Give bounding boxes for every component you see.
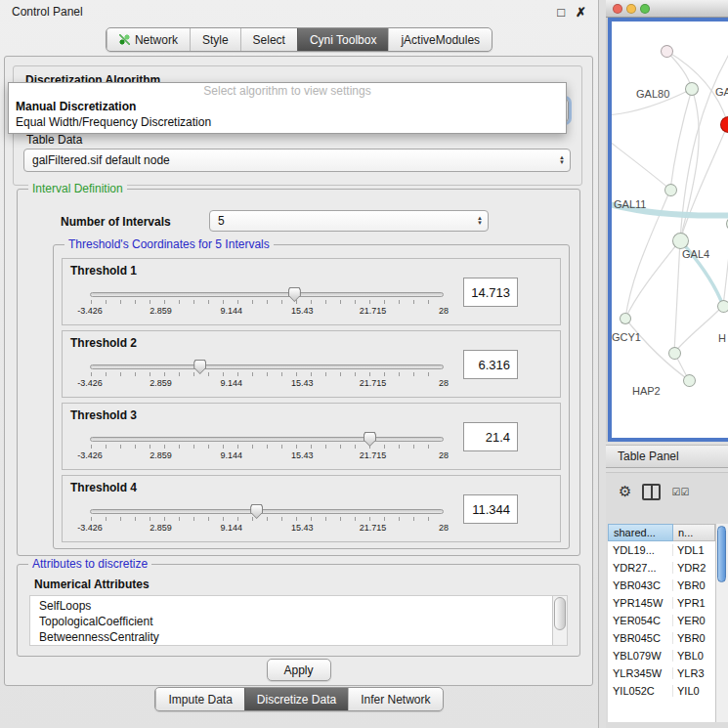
traffic-light-button[interactable] <box>640 4 650 14</box>
attributes-list[interactable]: SelfLoopsTopologicalCoefficientBetweenne… <box>29 595 568 646</box>
table-row[interactable]: YIL052C YIL0 <box>608 682 715 700</box>
table-row[interactable]: YLR345W YLR3 <box>608 664 715 682</box>
table-row[interactable]: YBL079W YBL0 <box>608 647 715 664</box>
checkbox-icons[interactable]: ☑☑ <box>671 487 689 497</box>
slider-scale-label: 2.859 <box>150 378 172 388</box>
bottom-tab[interactable]: Discretize Data <box>244 688 348 710</box>
slider-track[interactable] <box>90 364 444 369</box>
cell-shared-name: YLR345W <box>608 667 673 679</box>
threshold-slider[interactable] <box>90 507 444 523</box>
network-node-label: H <box>718 332 726 344</box>
traffic-light-button[interactable] <box>613 4 622 14</box>
threshold-panels: Threshold 1 -3.4262.8599.14415.4321.7152… <box>62 258 561 547</box>
attribute-item[interactable]: TopologicalCoefficient <box>39 614 567 629</box>
dropdown-option[interactable]: Manual Discretization <box>9 99 566 114</box>
column-header[interactable]: n... <box>673 524 715 541</box>
table-scrollbar[interactable] <box>715 524 728 722</box>
table-row[interactable]: YER054C YER0 <box>608 612 715 629</box>
column-header[interactable]: shared... <box>608 524 673 541</box>
cell-name: YIL0 <box>673 685 715 697</box>
tab-label: Select <box>253 33 285 47</box>
top-tab-bar: Network Style Select Cyni Toolbox jActiv… <box>0 27 598 52</box>
slider-scale-label: 15.43 <box>291 450 314 460</box>
threshold-value-field[interactable]: 21.4 <box>463 422 518 451</box>
slider-scale-label: 21.715 <box>360 306 387 316</box>
dropdown-option[interactable]: Equal Width/Frequency Discretization <box>9 114 566 130</box>
network-node[interactable] <box>664 184 677 196</box>
bottom-tab[interactable]: Infer Network <box>348 688 442 710</box>
network-node[interactable] <box>672 233 689 249</box>
table-panel-toolbar: ⚙ ☑☑ <box>606 477 689 506</box>
threshold-value-field[interactable]: 14.713 <box>463 278 518 307</box>
apply-button[interactable]: Apply <box>267 659 331 681</box>
threshold-slider[interactable] <box>90 290 444 306</box>
close-window-icon[interactable]: ✗ <box>576 5 586 20</box>
threshold-slider[interactable] <box>90 435 444 450</box>
top-tab[interactable]: Style <box>190 28 240 51</box>
cell-name: YDR2 <box>673 562 715 574</box>
dropdown-placeholder: Select algorithm to view settings <box>9 83 566 99</box>
slider-track[interactable] <box>90 292 444 297</box>
traffic-light-button[interactable] <box>626 4 636 14</box>
slider-scale: -3.4262.8599.14415.4321.71528 <box>90 306 444 317</box>
threshold-slider[interactable] <box>90 363 444 378</box>
table-row[interactable]: YBR045C YBR0 <box>608 629 715 647</box>
table-row[interactable]: YPR145W YPR1 <box>608 594 715 612</box>
table-row[interactable]: YBR043C YBR0 <box>608 577 715 594</box>
table-data-select[interactable]: galFiltered.sif default node <box>23 149 571 172</box>
combo-arrows-icon <box>477 216 483 226</box>
slider-scale-label: 15.43 <box>291 523 314 533</box>
network-node[interactable] <box>683 374 696 387</box>
network-node[interactable] <box>668 347 681 360</box>
network-window-titlebar[interactable] <box>606 0 728 18</box>
attributes-group: Attributes to discretize Numerical Attri… <box>17 564 580 657</box>
tab-label: Discretize Data <box>257 693 336 707</box>
network-node[interactable] <box>685 82 699 96</box>
slider-scale: -3.4262.8599.14415.4321.71528 <box>90 378 444 389</box>
number-of-intervals-select[interactable]: 5 <box>209 210 489 232</box>
slider-scale-label: 9.144 <box>221 378 243 388</box>
slider-scale-label: 28 <box>439 378 449 388</box>
threshold-panel: Threshold 3 -3.4262.8599.14415.4321.7152… <box>62 403 561 470</box>
threshold-value-field[interactable]: 11.344 <box>463 494 518 524</box>
float-window-icon[interactable]: □ <box>557 5 565 20</box>
network-node[interactable] <box>717 300 728 313</box>
settings-gear-icon[interactable]: ⚙ <box>619 483 631 500</box>
network-canvas[interactable]: GAL80GALGAL11GAL4GCY1HAP2H <box>608 18 728 442</box>
slider-scale-label: 28 <box>439 306 449 316</box>
network-node[interactable] <box>661 45 673 58</box>
top-tab[interactable]: Cyni Toolbox <box>297 28 388 51</box>
attribute-item[interactable]: BetweennessCentrality <box>39 629 567 645</box>
table-row[interactable]: YDL19... YDL1 <box>608 541 715 559</box>
scrollbar-thumb[interactable] <box>554 597 566 630</box>
network-view-window: GAL80GALGAL11GAL4GCY1HAP2H <box>606 0 728 442</box>
tab-label: Cyni Toolbox <box>310 33 376 47</box>
cell-shared-name: YBR045C <box>608 632 673 644</box>
network-node[interactable] <box>620 313 631 324</box>
slider-track[interactable] <box>90 437 444 442</box>
network-node-label: GAL4 <box>682 248 709 260</box>
attribute-item[interactable]: SelfLoops <box>39 598 567 614</box>
window-buttons: □ ✗ <box>557 5 586 20</box>
cell-shared-name: YPR145W <box>608 597 673 609</box>
slider-track[interactable] <box>90 509 444 514</box>
number-of-intervals-label: Number of Intervals <box>61 215 171 229</box>
threshold-value-field[interactable]: 6.316 <box>463 350 518 379</box>
attributes-scrollbar[interactable] <box>552 596 567 645</box>
column-selector-icon[interactable] <box>642 484 661 500</box>
table-data-label: Table Data <box>26 133 82 147</box>
tab-label: jActiveModules <box>401 33 480 47</box>
table-scrollbar-thumb[interactable] <box>717 526 726 582</box>
control-panel-titlebar: Control Panel □ ✗ <box>0 0 598 23</box>
top-tab[interactable]: Select <box>240 28 297 51</box>
table-panel-titlebar[interactable]: Table Panel <box>606 445 728 468</box>
top-tab[interactable]: Network <box>107 28 190 51</box>
bottom-tab[interactable]: Impute Data <box>155 688 243 710</box>
slider-scale-label: 9.144 <box>221 450 243 460</box>
slider-scale-label: -3.426 <box>77 306 103 316</box>
threshold-label: Threshold 3 <box>70 408 137 422</box>
slider-scale-label: -3.426 <box>77 378 103 388</box>
table-row[interactable]: YDR27... YDR2 <box>608 559 715 577</box>
cell-shared-name: YBR043C <box>608 579 673 591</box>
top-tab[interactable]: jActiveModules <box>388 28 492 51</box>
